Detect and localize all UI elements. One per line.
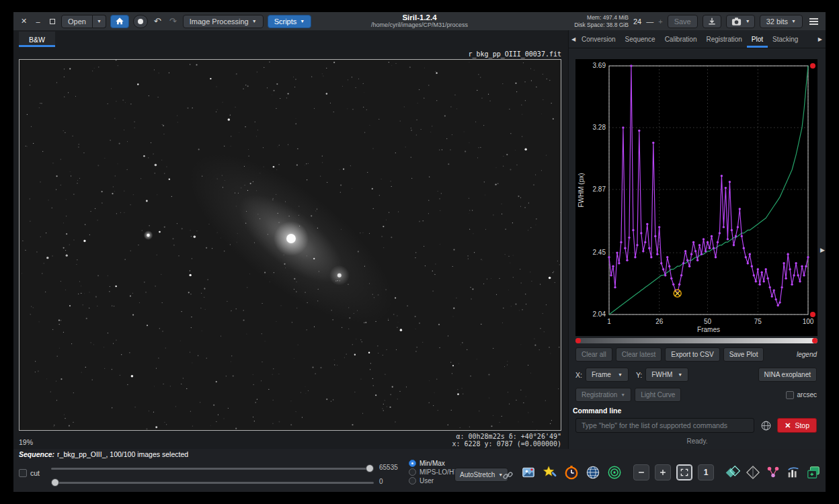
image-processing-label: Image Processing — [190, 17, 249, 26]
minus-icon — [637, 468, 646, 477]
radio-icon — [409, 468, 416, 476]
photometry-button[interactable] — [606, 464, 623, 481]
svg-text:1: 1 — [607, 318, 611, 325]
svg-text:2.45: 2.45 — [593, 249, 606, 256]
panel-collapse-arrow[interactable]: ▶ — [820, 247, 825, 253]
clock-icon — [564, 465, 579, 480]
high-level-slider[interactable] — [51, 464, 374, 472]
radio-user-label: User — [420, 477, 434, 485]
status-text: Ready. — [569, 437, 826, 445]
plot-x-range-slider[interactable] — [575, 338, 817, 343]
save-button[interactable]: Save — [668, 15, 698, 28]
bar-chart-icon — [786, 465, 801, 480]
fit-to-window-button[interactable] — [676, 464, 692, 480]
tab-registration[interactable]: Registration — [701, 30, 746, 48]
window-title-block: Siril-1.2.4 /home/cyril/images/CP/M31/pr… — [371, 13, 468, 28]
galaxy-m110 — [329, 265, 350, 286]
tools-tabstrip: Conversion Sequence Calibration Registra… — [569, 30, 826, 48]
stop-button[interactable]: ✕ Stop — [777, 418, 817, 433]
low-level-slider[interactable] — [51, 478, 374, 487]
download-icon — [707, 17, 717, 26]
tab-calibration[interactable]: Calibration — [660, 30, 702, 48]
chevron-down-icon: ▼ — [621, 392, 625, 397]
threads-increase-button[interactable]: + — [658, 17, 662, 26]
fwhm-plot[interactable]: 3.693.282.872.452.041265075100FramesFWHM… — [575, 59, 817, 336]
nina-exoplanet-button[interactable]: NINA exoplanet — [758, 368, 817, 382]
astrometry-button[interactable] — [585, 464, 601, 481]
cut-checkbox[interactable] — [19, 469, 27, 477]
svg-text:3.69: 3.69 — [593, 62, 606, 69]
arcsec-checkbox[interactable] — [786, 391, 794, 399]
registration-value: Registration — [582, 391, 617, 398]
clear-latest-button[interactable]: Clear latest — [616, 347, 662, 362]
resource-usage: Mem: 497.4 MiB Disk Space: 38.8 GiB — [574, 14, 629, 28]
image-info-button[interactable] — [520, 464, 536, 481]
maximize-icon[interactable] — [47, 17, 57, 26]
tab-plot[interactable]: Plot — [747, 30, 768, 48]
save-plot-button[interactable]: Save Plot — [723, 347, 764, 362]
svg-text:50: 50 — [704, 318, 712, 325]
export-csv-button[interactable]: Export to CSV — [665, 347, 719, 362]
open-dropdown-button[interactable]: ▼ — [93, 15, 106, 28]
zoom-out-button[interactable] — [633, 464, 649, 480]
menu-icon[interactable] — [807, 17, 820, 26]
radio-mips[interactable]: MIPS-LO/HI — [409, 468, 456, 476]
bit-depth-dropdown[interactable]: 32 bits ▼ — [760, 15, 803, 28]
split-channels-button[interactable] — [745, 464, 761, 481]
chevron-down-icon: ▼ — [252, 19, 257, 24]
scripts-label: Scripts — [274, 17, 297, 26]
pixel-math-button[interactable] — [765, 464, 781, 481]
link-channels-icon[interactable] — [502, 470, 514, 484]
x-axis-dropdown[interactable]: Frame ▼ — [586, 368, 629, 382]
open-button[interactable]: Open — [61, 15, 93, 28]
zoom-one-to-one-button[interactable]: 1 — [698, 464, 714, 480]
command-help-button[interactable] — [758, 418, 773, 433]
radio-user[interactable]: User — [409, 477, 456, 485]
clear-all-button[interactable]: Clear all — [575, 347, 612, 362]
slider-handle[interactable] — [366, 464, 374, 472]
undo-icon[interactable]: ↶ — [152, 16, 163, 26]
star-picker-button[interactable] — [542, 464, 558, 481]
light-curve-button[interactable]: Light Curve — [635, 388, 681, 402]
minimize-icon[interactable]: – — [33, 17, 43, 26]
svg-text:3.28: 3.28 — [593, 124, 606, 131]
timer-button[interactable] — [563, 464, 580, 481]
statistics-button[interactable] — [785, 464, 801, 481]
duplicate-frame-button[interactable] — [805, 464, 822, 481]
range-handle-left[interactable] — [575, 338, 581, 343]
save-as-button[interactable] — [703, 15, 721, 28]
radio-minmax[interactable]: Min/Max — [409, 460, 456, 467]
coord-xy: x: 6228 y: 0787 (=0.000000) — [452, 440, 561, 448]
home-button[interactable] — [110, 15, 129, 28]
tab-bw[interactable]: B&W — [19, 32, 55, 47]
slider-handle[interactable] — [51, 478, 59, 487]
range-handle-right[interactable] — [812, 338, 817, 343]
tab-conversion[interactable]: Conversion — [577, 30, 621, 48]
siril-window: ✕ – Open ▼ ↶ ↷ Image Processing ▼ Script… — [13, 12, 826, 492]
image-processing-button[interactable]: Image Processing ▼ — [183, 15, 264, 28]
close-icon[interactable]: ✕ — [19, 17, 29, 26]
threads-value: 24 — [633, 17, 641, 26]
tab-sequence[interactable]: Sequence — [621, 30, 660, 48]
chevron-down-icon: ▼ — [746, 19, 750, 24]
threads-decrease-button[interactable]: — — [646, 17, 653, 26]
command-input[interactable] — [575, 418, 754, 433]
svg-text:2.87: 2.87 — [593, 185, 606, 193]
tab-stacking[interactable]: Stacking — [768, 30, 803, 48]
livestacking-record-button[interactable] — [133, 15, 148, 28]
y-axis-dropdown[interactable]: FWHM ▼ — [645, 368, 688, 382]
graph-nodes-icon — [766, 465, 781, 480]
redo-icon[interactable]: ↷ — [167, 16, 179, 26]
image-canvas[interactable] — [19, 59, 561, 431]
cursor-coordinates: α: 00h28m22s δ: +40°26'49" x: 6228 y: 07… — [452, 433, 561, 448]
rgb-composition-button[interactable] — [725, 464, 741, 481]
stack-copy-icon — [806, 465, 821, 480]
disk-label: Disk Space: 38.8 GiB — [574, 22, 629, 29]
snapshot-button[interactable]: ▼ — [726, 15, 755, 28]
plot-buttons-row: Clear all Clear latest Export to CSV Sav… — [575, 347, 817, 362]
registration-dropdown[interactable]: Registration ▼ — [575, 388, 631, 402]
cut-label: cut — [30, 469, 40, 477]
scripts-button[interactable]: Scripts ▼ — [268, 15, 312, 28]
zoom-in-button[interactable] — [655, 464, 671, 480]
autostretch-dropdown[interactable]: AutoStretch ▼ — [454, 468, 508, 482]
